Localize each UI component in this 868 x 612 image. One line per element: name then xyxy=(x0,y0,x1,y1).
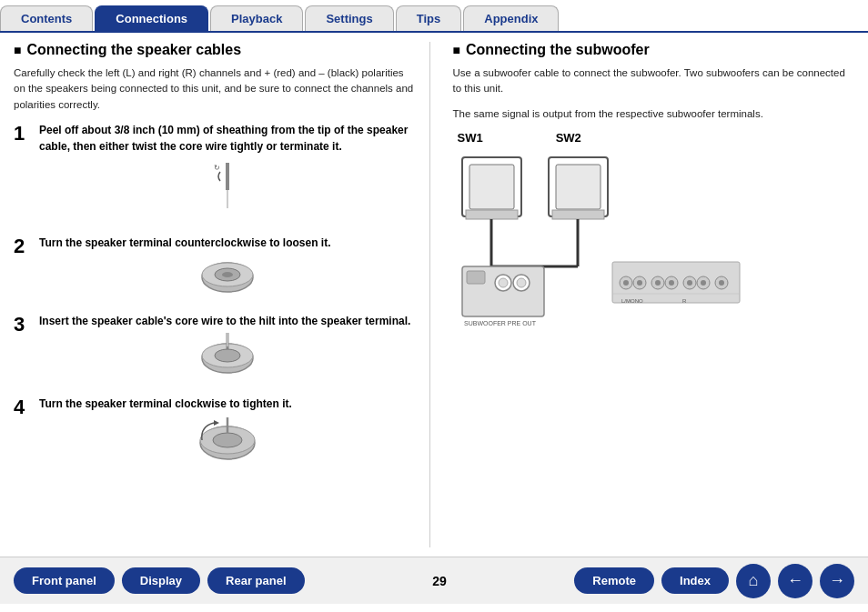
bottom-nav-left: Front panel Display Rear panel xyxy=(14,567,305,594)
svg-point-39 xyxy=(655,280,661,286)
step-3-number: 3 xyxy=(14,315,32,335)
left-column: Connecting the speaker cables Carefully … xyxy=(14,42,430,547)
back-button[interactable]: ← xyxy=(778,564,812,598)
step-4-content: Turn the speaker terminal clockwise to t… xyxy=(39,396,416,477)
svg-point-37 xyxy=(637,280,642,286)
tab-settings[interactable]: Settings xyxy=(305,5,393,31)
step-4-text: Turn the speaker terminal clockwise to t… xyxy=(39,396,416,412)
svg-rect-22 xyxy=(556,165,601,209)
svg-point-43 xyxy=(687,280,692,286)
svg-text:R: R xyxy=(682,298,687,304)
svg-point-31 xyxy=(517,278,526,287)
display-button[interactable]: Display xyxy=(122,567,200,594)
step-1-number: 1 xyxy=(14,124,32,144)
svg-rect-18 xyxy=(469,165,514,209)
step-3-text: Insert the speaker cable's core wire to … xyxy=(39,313,416,329)
svg-point-11 xyxy=(215,349,240,362)
bottom-navigation: Front panel Display Rear panel 29 Remote… xyxy=(0,557,868,604)
tab-connections[interactable]: Connections xyxy=(95,5,208,31)
index-button[interactable]: Index xyxy=(661,567,729,594)
step-1: 1 Peel off about 3/8 inch (10 mm) of she… xyxy=(14,122,416,229)
rear-panel-button[interactable]: Rear panel xyxy=(207,567,304,594)
subwoofer-intro2: The same signal is output from the respe… xyxy=(453,106,855,122)
step-1-image: ↻ xyxy=(39,158,416,222)
svg-point-35 xyxy=(623,280,629,286)
step-1-content: Peel off about 3/8 inch (10 mm) of sheat… xyxy=(39,122,416,229)
subwoofer-title: Connecting the subwoofer xyxy=(453,42,855,58)
sw2-label: SW2 xyxy=(556,131,581,145)
svg-point-41 xyxy=(669,280,674,286)
svg-point-14 xyxy=(213,433,242,447)
tab-tips[interactable]: Tips xyxy=(396,5,462,31)
forward-arrow-icon: → xyxy=(829,571,845,590)
speaker-cables-intro: Carefully check the left (L) and right (… xyxy=(14,65,416,113)
bottom-nav-right: Remote Index ⌂ ← → xyxy=(574,564,854,598)
step-3: 3 Insert the speaker cable's core wire t… xyxy=(14,313,416,390)
step-2: 2 Turn the speaker terminal counterclock… xyxy=(14,235,416,307)
svg-text:L/MONO: L/MONO xyxy=(621,298,643,304)
subwoofer-diagram: SUBWOOFER PRE OUT L/MONO xyxy=(453,148,855,330)
step-2-text: Turn the speaker terminal counterclockwi… xyxy=(39,235,416,251)
back-arrow-icon: ← xyxy=(787,571,803,590)
svg-point-29 xyxy=(499,278,508,287)
home-button[interactable]: ⌂ xyxy=(736,564,771,598)
svg-point-47 xyxy=(719,280,724,286)
main-content: Connecting the speaker cables Carefully … xyxy=(0,33,868,557)
tab-appendix[interactable]: Appendix xyxy=(463,5,559,31)
sw1-label: SW1 xyxy=(458,131,483,145)
svg-point-45 xyxy=(701,280,706,286)
step-3-content: Insert the speaker cable's core wire to … xyxy=(39,313,416,390)
svg-text:↻: ↻ xyxy=(214,164,220,172)
forward-button[interactable]: → xyxy=(820,564,854,598)
step-2-number: 2 xyxy=(14,236,32,256)
right-column: Connecting the subwoofer Use a subwoofer… xyxy=(449,42,855,547)
step-4-image xyxy=(39,416,416,470)
speaker-cables-title: Connecting the speaker cables xyxy=(14,42,416,58)
svg-rect-19 xyxy=(466,210,518,219)
step-2-content: Turn the speaker terminal counterclockwi… xyxy=(39,235,416,307)
page-number: 29 xyxy=(432,574,447,588)
svg-rect-23 xyxy=(552,210,604,219)
tab-playback[interactable]: Playback xyxy=(210,5,303,31)
svg-point-6 xyxy=(222,272,233,277)
remote-button[interactable]: Remote xyxy=(574,567,654,594)
subwoofer-intro1: Use a subwoofer cable to connect the sub… xyxy=(453,65,855,97)
step-4-number: 4 xyxy=(14,397,32,417)
svg-rect-27 xyxy=(467,271,485,284)
home-icon: ⌂ xyxy=(749,571,759,590)
tab-contents[interactable]: Contents xyxy=(0,5,93,31)
step-3-image xyxy=(39,333,416,383)
svg-text:SUBWOOFER PRE OUT: SUBWOOFER PRE OUT xyxy=(464,320,537,326)
front-panel-button[interactable]: Front panel xyxy=(14,567,115,594)
top-navigation: Contents Connections Playback Settings T… xyxy=(0,0,868,33)
svg-marker-15 xyxy=(214,420,219,426)
step-4: 4 Turn the speaker terminal clockwise to… xyxy=(14,396,416,477)
step-2-image xyxy=(39,255,416,300)
step-1-text: Peel off about 3/8 inch (10 mm) of sheat… xyxy=(39,122,416,155)
sw-labels: SW1 SW2 xyxy=(453,131,855,145)
